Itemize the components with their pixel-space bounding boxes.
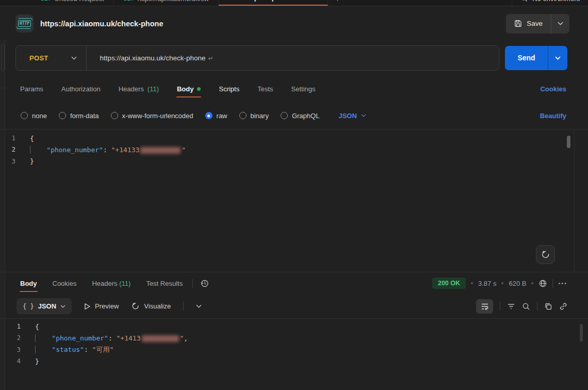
radio-circle	[281, 112, 288, 119]
radio-raw-selected[interactable]: raw	[205, 112, 227, 120]
response-format-dropdown[interactable]: { } JSON	[17, 298, 72, 314]
body-has-content-dot	[197, 87, 201, 91]
send-options-chevron[interactable]	[548, 46, 567, 70]
radio-circle	[205, 112, 213, 119]
chevron-down-icon	[71, 56, 77, 60]
radio-label: raw	[217, 112, 227, 120]
chevron-down-icon	[361, 114, 366, 117]
headers-count: (11)	[148, 85, 159, 93]
code-line: 1{	[0, 321, 588, 332]
code-line: 2 "phone_number": "+1413",	[0, 332, 588, 344]
status-badge: 200 OK	[432, 278, 466, 289]
radio-form-data[interactable]: form-data	[59, 112, 99, 120]
save-button-group: Save	[506, 14, 569, 34]
radio-none[interactable]: none	[21, 112, 47, 120]
response-scrollbar[interactable]	[580, 324, 583, 342]
response-history-icon[interactable]	[200, 279, 209, 288]
preview-button[interactable]: Preview	[84, 302, 119, 310]
divider	[552, 279, 553, 288]
radio-label: x-www-form-urlencoded	[122, 112, 193, 120]
tab-authorization[interactable]: Authorization	[61, 77, 101, 101]
code-text: "phone_number": "+14133"	[30, 146, 186, 154]
filter-icon[interactable]	[507, 303, 515, 310]
request-title: https://api.xiaomu.uk/check-phone	[40, 20, 163, 28]
visualize-button[interactable]: Visualize	[131, 302, 171, 311]
radio-x-www-form-urlencoded[interactable]: x-www-form-urlencoded	[111, 112, 193, 120]
tab-params[interactable]: Params	[20, 77, 44, 101]
line-number: 1	[0, 323, 35, 330]
tab-tests[interactable]: Tests	[257, 77, 273, 101]
save-floppy-icon	[514, 20, 522, 27]
headers-count: (11)	[119, 280, 130, 287]
request-tab-2[interactable]: GET https://api.xiaomu.uk/sw	[114, 0, 219, 6]
search-in-response-icon[interactable]	[522, 302, 530, 311]
radio-graphql[interactable]: GraphQL	[281, 112, 319, 120]
response-tab-headers[interactable]: Headers (11)	[91, 274, 131, 293]
radio-circle	[59, 112, 66, 119]
response-tab-test-results[interactable]: Test Results	[145, 274, 183, 293]
line-number: 3	[0, 158, 30, 165]
chevron-down-icon	[60, 305, 66, 308]
view-options-chevron[interactable]	[196, 304, 202, 308]
request-header: HTTP https://api.xiaomu.uk/check-phone S…	[0, 7, 588, 40]
enter-hint-glyph: ↵	[208, 55, 213, 62]
line-number: 1	[0, 135, 30, 142]
tab-label: Headers	[119, 85, 144, 93]
url-bar: POST https://api.xiaomu.uk/check-phone↵	[15, 45, 499, 71]
response-tab-body[interactable]: Body	[20, 274, 38, 293]
globe-icon[interactable]	[538, 279, 547, 288]
code-text: "phone_number": "+1413",	[35, 334, 188, 342]
tab-label: Params	[20, 85, 43, 93]
send-button[interactable]: Send	[505, 46, 548, 70]
request-tab-1[interactable]: GET Untitled Request	[31, 0, 114, 6]
line-number: 2	[0, 146, 30, 153]
editor-scrollbar[interactable]	[567, 136, 570, 148]
method-badge: GET	[40, 0, 51, 2]
request-section-tabs: Params Authorization Headers(11) Body Sc…	[0, 75, 588, 102]
dot-separator	[501, 282, 503, 284]
visualize-label: Visualize	[144, 302, 171, 310]
http-badge-text: HTTP	[18, 20, 31, 27]
request-tab-3-active[interactable]: POST https://api.xiaomu.uk/c	[219, 0, 328, 6]
url-input[interactable]: https://api.xiaomu.uk/check-phone↵	[87, 54, 214, 62]
raw-format-dropdown[interactable]: JSON	[338, 112, 366, 120]
code-text: {	[35, 323, 39, 331]
new-tab-button[interactable]: +	[335, 0, 340, 3]
code-line: 3 "status": "可用"	[0, 344, 588, 355]
tab-body[interactable]: Body	[176, 77, 202, 101]
radio-binary[interactable]: binary	[239, 112, 269, 120]
tab-scripts[interactable]: Scripts	[218, 77, 240, 101]
link-icon[interactable]	[559, 302, 567, 311]
method-selector[interactable]: POST	[16, 54, 86, 62]
postbot-button[interactable]	[536, 245, 555, 264]
code-line: 4}	[0, 355, 588, 367]
environment-selector[interactable]: No environment	[512, 0, 588, 6]
request-body-editor[interactable]: 1{ 2 "phone_number": "+14133" 3}	[0, 129, 588, 272]
tab-label: https://api.xiaomu.uk/c	[246, 0, 318, 2]
response-meta: 200 OK 3.87 s 620 B •••	[432, 278, 567, 289]
save-options-chevron[interactable]	[551, 14, 569, 34]
tab-label: Test Results	[146, 280, 183, 287]
url-bar-row: POST https://api.xiaomu.uk/check-phone↵ …	[0, 40, 588, 75]
response-more-actions[interactable]: •••	[558, 280, 567, 286]
copy-response-icon[interactable]	[544, 302, 552, 311]
divider	[192, 279, 193, 288]
tab-label: Headers	[92, 280, 117, 287]
response-body-viewer[interactable]: 1{ 2 "phone_number": "+1413", 3 "status"…	[0, 319, 588, 390]
cookies-link[interactable]: Cookies	[540, 85, 566, 93]
tab-headers[interactable]: Headers(11)	[118, 77, 159, 101]
method-badge: POST	[228, 0, 242, 1]
tab-label: Scripts	[219, 85, 239, 93]
method-badge: GET	[123, 0, 134, 2]
format-selected: JSON	[338, 112, 356, 120]
save-button[interactable]: Save	[506, 14, 551, 34]
line-number: 3	[0, 346, 35, 353]
dot-separator	[471, 282, 473, 284]
code-line: 2 "phone_number": "+14133"	[0, 144, 588, 155]
beautify-link[interactable]: Beautify	[540, 112, 566, 120]
line-number: 2	[0, 334, 35, 342]
tab-label: Untitled Request	[55, 0, 104, 3]
wrap-text-button-active[interactable]	[476, 299, 493, 314]
response-tab-cookies[interactable]: Cookies	[52, 274, 77, 293]
tab-settings[interactable]: Settings	[291, 77, 316, 101]
